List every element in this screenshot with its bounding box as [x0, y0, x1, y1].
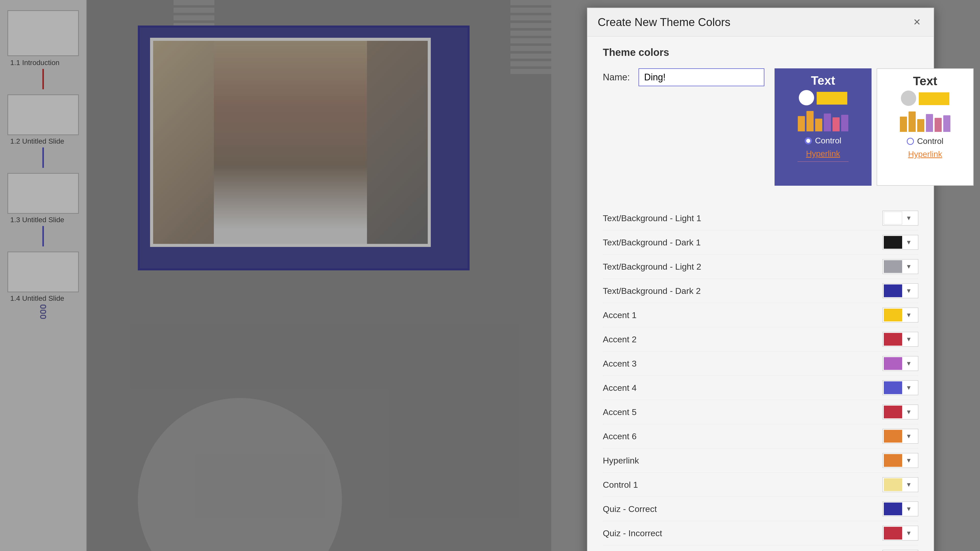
arrow-tb-light1: ▼	[904, 214, 913, 222]
preview-circle-light	[901, 91, 916, 106]
color-row-tb-light1: Text/Background - Light 1 ▼	[603, 206, 918, 230]
arrow-quiz-incorrect: ▼	[904, 530, 913, 537]
swatch-accent1	[884, 309, 902, 321]
dropdown-tb-light2[interactable]: ▼	[883, 259, 918, 274]
color-row-hyperlink: Hyperlink ▼	[603, 448, 918, 473]
color-row-tb-dark1: Text/Background - Dark 1 ▼	[603, 230, 918, 254]
name-row: Name:	[603, 68, 764, 86]
swatch-hyperlink	[884, 454, 902, 467]
color-row-accent4: Accent 4 ▼	[603, 376, 918, 400]
label-tb-light2: Text/Background - Light 2	[603, 262, 883, 272]
dropdown-tb-light1[interactable]: ▼	[883, 211, 918, 225]
swatch-accent5	[884, 406, 902, 418]
radio-filled-dark	[805, 137, 812, 144]
swatch-quiz-correct	[884, 503, 902, 515]
color-row-dark	[822, 165, 824, 181]
arrow-accent3: ▼	[904, 360, 913, 367]
radio-label-dark: Control	[815, 136, 841, 145]
bar-l5	[935, 118, 942, 132]
dropdown-quiz-incorrect[interactable]: ▼	[883, 526, 918, 540]
bar-l4	[926, 114, 933, 132]
preview-text-light: Text	[913, 74, 937, 88]
label-tb-dark1: Text/Background - Dark 1	[603, 238, 883, 248]
preview-radio-light: Control	[907, 137, 943, 146]
label-control1: Control 1	[603, 480, 883, 490]
preview-yellow-light	[919, 92, 950, 105]
dropdown-hyperlink[interactable]: ▼	[883, 453, 918, 468]
color-row-quiz-correct: Quiz - Correct ▼	[603, 497, 918, 521]
bar-d6	[841, 115, 848, 131]
bar-l6	[943, 115, 950, 132]
bar-l3	[917, 119, 924, 132]
arrow-quiz-correct: ▼	[904, 505, 913, 513]
swatch-accent4	[884, 381, 902, 394]
bar-l2	[908, 111, 916, 132]
color-row-accent1: Accent 1 ▼	[603, 303, 918, 327]
hyperlink-dark: Hyperlink	[806, 149, 840, 159]
dropdown-accent4[interactable]: ▼	[883, 380, 918, 395]
preview-card-light: Text Control	[877, 68, 974, 186]
color-row-control1: Control 1 ▼	[603, 473, 918, 497]
bar-d5	[832, 118, 840, 131]
dropdown-accent5[interactable]: ▼	[883, 405, 918, 419]
dropdown-tb-dark1[interactable]: ▼	[883, 235, 918, 250]
swatch-accent3	[884, 357, 902, 370]
dropdown-accent2[interactable]: ▼	[883, 332, 918, 347]
arrow-accent2: ▼	[904, 336, 913, 343]
swatch-tb-dark1	[884, 236, 902, 249]
bar-d3	[815, 119, 822, 131]
arrow-accent5: ▼	[904, 408, 913, 416]
arrow-tb-dark1: ▼	[904, 239, 913, 246]
name-label: Name:	[603, 72, 638, 83]
arrow-hyperlink: ▼	[904, 457, 913, 464]
label-accent2: Accent 2	[603, 334, 883, 345]
hyperlink-light: Hyperlink	[908, 149, 942, 159]
color-row-accent2: Accent 2 ▼	[603, 327, 918, 351]
color-row-light	[924, 165, 926, 181]
arrow-accent4: ▼	[904, 384, 913, 391]
color-row-accent3: Accent 3 ▼	[603, 351, 918, 376]
section-title: Theme colors	[603, 47, 918, 58]
dialog-title: Create New Theme Colors	[598, 16, 730, 29]
label-accent6: Accent 6	[603, 431, 883, 441]
dropdown-custom1[interactable]: ▼	[883, 550, 918, 551]
dropdown-quiz-correct[interactable]: ▼	[883, 502, 918, 516]
preview-area: Text Control	[775, 68, 974, 186]
swatch-tb-dark2	[884, 284, 902, 297]
swatch-tb-light1	[884, 212, 902, 224]
dropdown-accent1[interactable]: ▼	[883, 308, 918, 322]
swatch-quiz-incorrect	[884, 527, 902, 540]
label-quiz-correct: Quiz - Correct	[603, 504, 883, 514]
preview-bars-light	[900, 111, 950, 132]
swatch-tb-light2	[884, 260, 902, 273]
preview-text-dark: Text	[811, 73, 835, 87]
color-row-accent6: Accent 6 ▼	[603, 424, 918, 448]
bar-l1	[900, 117, 907, 132]
color-row-quiz-incorrect: Quiz - Incorrect ▼	[603, 521, 918, 545]
arrow-accent1: ▼	[904, 311, 913, 319]
preview-card-dark: Text Control	[775, 68, 872, 186]
bar-d1	[798, 116, 805, 131]
bar-d2	[807, 111, 814, 131]
dropdown-tb-dark2[interactable]: ▼	[883, 283, 918, 298]
label-hyperlink: Hyperlink	[603, 456, 883, 465]
label-tb-light1: Text/Background - Light 1	[603, 213, 883, 223]
dropdown-accent3[interactable]: ▼	[883, 356, 918, 371]
color-row-accent5: Accent 5 ▼	[603, 400, 918, 424]
swatch-accent2	[884, 333, 902, 346]
name-input[interactable]	[638, 68, 764, 86]
close-button[interactable]: ✕	[911, 16, 923, 29]
label-tb-dark2: Text/Background - Dark 2	[603, 286, 883, 296]
preview-bars-dark	[798, 111, 848, 131]
preview-circle-dark	[799, 90, 814, 105]
label-accent4: Accent 4	[603, 383, 883, 393]
swatch-accent6	[884, 430, 902, 443]
arrow-accent6: ▼	[904, 433, 913, 440]
label-accent3: Accent 3	[603, 359, 883, 368]
dropdown-control1[interactable]: ▼	[883, 477, 918, 492]
dropdown-accent6[interactable]: ▼	[883, 429, 918, 444]
radio-empty-light	[907, 138, 914, 145]
create-theme-dialog: Create New Theme Colors ✕ Theme colors N…	[587, 8, 934, 551]
dialog-title-bar: Create New Theme Colors ✕	[587, 8, 934, 37]
color-row-tb-light2: Text/Background - Light 2 ▼	[603, 254, 918, 279]
